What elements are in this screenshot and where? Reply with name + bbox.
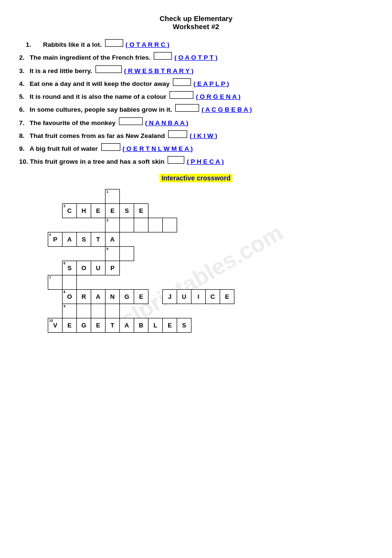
grid-cell-r5c1[interactable]: 6 S xyxy=(63,261,77,275)
answer-box-1[interactable] xyxy=(105,39,123,47)
grid-cell-empty xyxy=(106,275,120,289)
grid-cell-r7c4[interactable]: N xyxy=(106,289,120,304)
grid-cell-empty xyxy=(220,261,234,275)
clue-num-10: 10. xyxy=(19,157,30,167)
answer-box-8[interactable] xyxy=(168,130,187,138)
grid-row-8: 9 xyxy=(48,304,234,318)
grid-cell-r7c8[interactable]: J xyxy=(163,289,177,304)
clue-num-9: 9. xyxy=(19,144,30,154)
grid-cell-empty xyxy=(63,246,77,261)
grid-cell-r6c0[interactable]: 7 xyxy=(48,275,63,289)
grid-cell-empty xyxy=(120,232,134,246)
answer-box-6[interactable] xyxy=(175,104,199,112)
grid-cell-r1c6[interactable]: E xyxy=(134,203,148,218)
grid-cell-r1c4[interactable]: E xyxy=(106,203,120,218)
grid-cell-r4c4[interactable]: 5 xyxy=(106,246,120,261)
grid-cell-empty xyxy=(91,246,106,261)
answer-box-2[interactable] xyxy=(154,52,172,60)
answer-box-3[interactable] xyxy=(95,65,122,73)
grid-cell-r1c5[interactable]: S xyxy=(120,203,134,218)
grid-cell-empty xyxy=(191,304,206,318)
grid-row-5: 6 S O U P xyxy=(48,261,234,275)
grid-cell-empty xyxy=(191,246,206,261)
grid-row-4: 5 xyxy=(48,246,234,261)
grid-cell-empty xyxy=(134,232,148,246)
answer-box-7[interactable] xyxy=(119,117,143,125)
grid-cell-empty xyxy=(134,189,148,203)
grid-cell-r1c2[interactable]: H xyxy=(77,203,91,218)
grid-cell-r9c9[interactable]: S xyxy=(177,318,191,332)
grid-cell-empty xyxy=(191,203,206,218)
clue-letters-7: ( N A N B A A ) xyxy=(145,118,189,128)
grid-cell-r7c5[interactable]: G xyxy=(120,289,134,304)
grid-cell-r9c0[interactable]: 10 V xyxy=(48,318,63,332)
grid-cell-empty xyxy=(177,261,191,275)
grid-cell-r7c3[interactable]: A xyxy=(91,289,106,304)
clue-text-2: The main ingredient of the French fries. xyxy=(30,53,152,63)
grid-cell-r9c3[interactable]: E xyxy=(91,318,106,332)
grid-cell-r0c4[interactable]: 1 xyxy=(106,189,120,203)
clue-num-5: 5. xyxy=(19,92,30,102)
grid-cell-r9c6[interactable]: B xyxy=(134,318,148,332)
grid-cell-r5c4[interactable]: P xyxy=(106,261,120,275)
grid-cell-r9c8[interactable]: E xyxy=(163,318,177,332)
grid-cell-empty xyxy=(220,275,234,289)
grid-cell-r7c6[interactable]: E xyxy=(134,289,148,304)
answer-box-5[interactable] xyxy=(170,91,193,99)
grid-cell-r7c9[interactable]: U xyxy=(177,289,191,304)
grid-cell-r9c5[interactable]: A xyxy=(120,318,134,332)
grid-cell-r7c1[interactable]: 8 O xyxy=(63,289,77,304)
grid-cell-empty xyxy=(191,261,206,275)
clue-num-8: 8. xyxy=(19,131,30,141)
grid-row-7: 8 O R A N G E xyxy=(48,289,234,304)
grid-cell-r9c1[interactable]: E xyxy=(63,318,77,332)
grid-cell-empty xyxy=(91,218,106,232)
grid-cell-empty xyxy=(120,304,134,318)
grid-cell-empty xyxy=(134,275,148,289)
grid-cell-empty xyxy=(191,218,206,232)
grid-cell-r9c2[interactable]: G xyxy=(77,318,91,332)
grid-cell-r8c4[interactable] xyxy=(106,304,120,318)
grid-cell-r2c5[interactable] xyxy=(120,218,134,232)
grid-cell-r1c1[interactable]: 2 C xyxy=(63,203,77,218)
grid-cell-r3c0[interactable]: 4 P xyxy=(48,232,63,246)
grid-cell-r7c12[interactable]: E xyxy=(220,289,234,304)
grid-cell-r7c11[interactable]: C xyxy=(206,289,220,304)
grid-cell-empty xyxy=(220,304,234,318)
grid-cell-r2c6[interactable] xyxy=(134,218,148,232)
grid-cell-r9c7[interactable]: L xyxy=(148,318,163,332)
grid-cell-r7c2[interactable]: R xyxy=(77,289,91,304)
grid-cell-r3c3[interactable]: T xyxy=(91,232,106,246)
grid-cell-empty xyxy=(220,218,234,232)
grid-cell-empty xyxy=(220,246,234,261)
grid-cell-r2c4[interactable]: 3 xyxy=(106,218,120,232)
grid-cell-r3c4[interactable]: A xyxy=(106,232,120,246)
grid-cell-r8c2[interactable] xyxy=(77,304,91,318)
grid-cell-r8c3[interactable] xyxy=(91,304,106,318)
clue-text-5: It is round and it is also the name of a… xyxy=(30,92,168,102)
answer-box-4[interactable] xyxy=(173,78,191,86)
grid-cell-empty xyxy=(148,232,163,246)
grid-cell-r5c3[interactable]: U xyxy=(91,261,106,275)
grid-row-9: 10 V E G E T A xyxy=(48,318,234,332)
grid-cell-r5c2[interactable]: O xyxy=(77,261,91,275)
grid-cell-r1c3[interactable]: E xyxy=(91,203,106,218)
grid-row-2: 3 xyxy=(48,218,234,232)
grid-cell-empty xyxy=(163,304,177,318)
answer-box-10[interactable] xyxy=(168,156,184,164)
grid-cell-r3c2[interactable]: S xyxy=(77,232,91,246)
grid-cell-empty xyxy=(191,232,206,246)
grid-cell-r2c8[interactable] xyxy=(163,218,177,232)
grid-cell-r9c4[interactable]: T xyxy=(106,318,120,332)
grid-cell-empty xyxy=(48,189,63,203)
grid-cell-r2c7[interactable] xyxy=(148,218,163,232)
grid-cell-r3c1[interactable]: A xyxy=(63,232,77,246)
grid-cell-r8c1[interactable]: 9 xyxy=(63,304,77,318)
grid-cell-r4c5[interactable] xyxy=(120,246,134,261)
grid-cell-r6c1[interactable] xyxy=(63,275,77,289)
grid-cell-empty xyxy=(206,232,220,246)
grid-cell-r7c10[interactable]: I xyxy=(191,289,206,304)
clue-text-4: Eat one a day and it will keep the docto… xyxy=(30,79,171,89)
grid-cell-empty xyxy=(148,203,163,218)
answer-box-9[interactable] xyxy=(101,143,120,151)
